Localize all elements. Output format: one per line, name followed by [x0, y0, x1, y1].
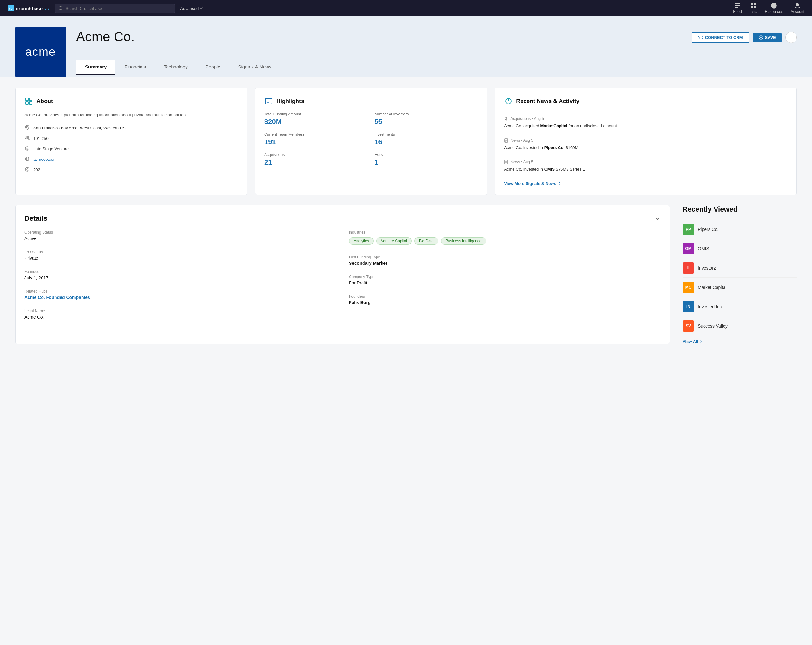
rv-avatar: OM	[682, 243, 694, 254]
website-icon	[24, 156, 30, 162]
highlight-acquisitions: Acquisitions 21	[264, 152, 368, 166]
highlights-card: Highlights Total Funding Amount $20M Num…	[255, 87, 487, 195]
navbar: cb crunchbase pro Advanced Feed	[0, 0, 812, 17]
lists-nav-item[interactable]: Lists	[749, 3, 757, 14]
svg-point-27	[26, 136, 27, 138]
resources-nav-item[interactable]: Resources	[765, 3, 783, 14]
tag-venture-capital[interactable]: Venture Capital	[376, 237, 412, 245]
crm-icon	[698, 35, 703, 39]
rv-item-1[interactable]: OM OMIS	[682, 239, 797, 258]
svg-point-35	[27, 169, 28, 170]
tab-summary[interactable]: Summary	[76, 59, 116, 75]
view-more-news-button[interactable]: View More Signals & News	[504, 181, 788, 186]
search-input[interactable]	[65, 6, 171, 11]
rv-item-5[interactable]: SV Success Valley	[682, 316, 797, 335]
rv-item-3[interactable]: MC Market Capital	[682, 278, 797, 297]
news-item-3: News • Aug 5 Acme Co. invested in OMIS $…	[504, 156, 788, 177]
tab-financials[interactable]: Financials	[116, 59, 155, 75]
search-box[interactable]	[55, 4, 175, 13]
svg-point-18	[699, 38, 700, 39]
rv-name: Success Valley	[698, 323, 728, 329]
profile-info: Acme Co. CONNECT TO CRM	[76, 27, 797, 75]
highlights-grid: Total Funding Amount $20M Number of Inve…	[264, 112, 478, 166]
detail-industries: Industries Analytics Venture Capital Big…	[349, 230, 661, 246]
svg-point-12	[773, 5, 775, 7]
detail-legal-name: Legal Name Acme Co.	[24, 309, 336, 320]
svg-rect-4	[735, 3, 740, 5]
svg-point-2	[59, 6, 62, 9]
connect-crm-button[interactable]: CONNECT TO CRM	[692, 32, 749, 43]
chevron-down-icon	[200, 7, 203, 10]
tab-signals-news[interactable]: Signals & News	[229, 59, 280, 75]
svg-rect-10	[754, 6, 756, 8]
detail-ipo-status: IPO Status Private	[24, 250, 336, 261]
news-article-icon	[504, 138, 508, 143]
more-options-button[interactable]: ⋮	[785, 32, 797, 43]
news-item-2: News • Aug 5 Acme Co. invested in Pipers…	[504, 134, 788, 156]
details-right-col: Industries Analytics Venture Capital Big…	[349, 230, 661, 329]
svg-rect-23	[29, 98, 32, 101]
bottom-row: Details Operating Status Active IPO Stat…	[15, 205, 797, 344]
nav-right: Feed Lists Resources	[733, 3, 804, 14]
highlight-num-investors: Number of Investors 55	[374, 112, 478, 126]
details-section: Details Operating Status Active IPO Stat…	[15, 205, 670, 344]
rv-avatar: PP	[682, 224, 694, 235]
about-description: Acme Co. provides a platform for finding…	[24, 112, 238, 119]
chevron-right-icon	[558, 181, 562, 185]
rv-name: Invested Inc.	[698, 304, 723, 309]
rv-avatar: MC	[682, 282, 694, 293]
recently-viewed-title: Recently Viewed	[682, 205, 797, 213]
rv-name: Pipers Co.	[698, 227, 719, 232]
highlight-investments: Investments 16	[374, 132, 478, 146]
highlights-icon	[264, 97, 273, 105]
rv-name: Investorz	[698, 265, 716, 270]
svg-rect-22	[26, 98, 28, 101]
lists-icon	[750, 3, 757, 9]
details-columns: Operating Status Active IPO Status Priva…	[24, 230, 661, 329]
brand-name: crunchbase	[16, 6, 43, 11]
rv-avatar: SV	[682, 320, 694, 332]
account-nav-item[interactable]: Account	[791, 3, 804, 14]
employees-icon	[24, 136, 30, 142]
svg-rect-9	[751, 6, 753, 8]
detail-operating-status: Operating Status Active	[24, 230, 336, 241]
rv-item-2[interactable]: II Investorz	[682, 258, 797, 278]
news-icon	[504, 97, 513, 105]
brand-pro: pro	[44, 7, 49, 10]
company-name: Acme Co.	[76, 29, 134, 44]
details-title: Details	[24, 214, 47, 223]
about-website[interactable]: acmeco.com	[24, 156, 238, 162]
highlight-team-members: Current Team Members 191	[264, 132, 368, 146]
news-item-1: Acquisitions • Aug 5 Acme Co. acquired M…	[504, 112, 788, 134]
svg-text:$: $	[26, 147, 28, 150]
svg-rect-48	[505, 139, 508, 142]
detail-founders: Founders Felix Borg	[349, 294, 661, 305]
brand-logo: cb crunchbase pro	[8, 5, 49, 11]
tag-big-data[interactable]: Big Data	[414, 237, 438, 245]
search-icon	[59, 6, 63, 11]
feed-icon	[734, 3, 741, 9]
acquisition-icon	[504, 116, 508, 121]
highlight-exits: Exits 1	[374, 152, 478, 166]
rv-item-4[interactable]: IN Invested Inc.	[682, 297, 797, 316]
highlight-total-funding: Total Funding Amount $20M	[264, 112, 368, 126]
save-button[interactable]: SAVE	[753, 33, 781, 43]
rv-name: Market Capital	[698, 285, 727, 290]
location-icon	[24, 125, 30, 131]
tag-analytics[interactable]: Analytics	[349, 237, 374, 245]
tabs: Summary Financials Technology People Sig…	[76, 59, 797, 75]
tag-business-intelligence[interactable]: Business Intelligence	[441, 237, 486, 245]
profile-header: acme Acme Co. CONNECT TO CRM	[0, 17, 812, 77]
rv-item-0[interactable]: PP Pipers Co.	[682, 220, 797, 239]
svg-point-26	[26, 126, 28, 128]
feed-nav-item[interactable]: Feed	[733, 3, 742, 14]
tab-technology[interactable]: Technology	[155, 59, 197, 75]
collapse-icon[interactable]	[654, 215, 661, 222]
advanced-menu[interactable]: Advanced	[180, 6, 203, 11]
svg-rect-5	[735, 5, 740, 6]
rv-avatar: II	[682, 262, 694, 274]
chevron-right-icon-2	[699, 340, 703, 343]
company-logo: acme	[15, 27, 66, 77]
tab-people[interactable]: People	[197, 59, 229, 75]
view-all-button[interactable]: View All	[682, 339, 797, 344]
